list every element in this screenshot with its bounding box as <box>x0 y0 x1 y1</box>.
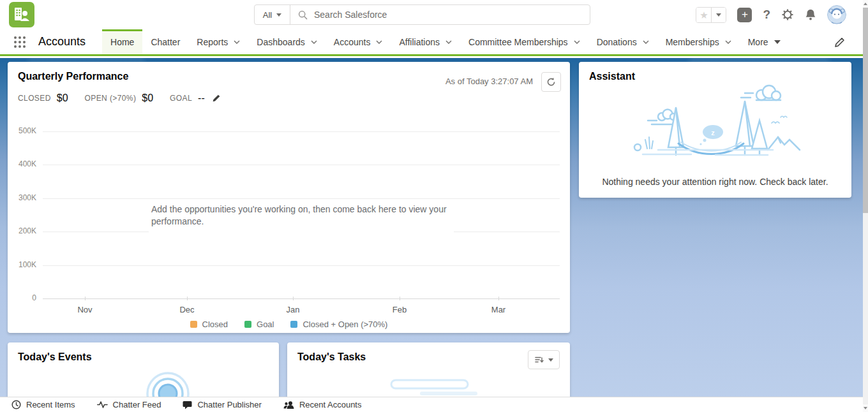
tab-label: Home <box>110 37 134 47</box>
edit-goal-pencil-icon[interactable] <box>212 94 221 103</box>
stat-open: OPEN (>70%) $0 <box>85 92 154 104</box>
chart-legend: Closed Goal Closed + Open (>70%) <box>8 320 570 329</box>
x-tick-label: Mar <box>481 305 516 314</box>
as-of-timestamp: As of Today 3:27:07 AM <box>445 77 533 86</box>
setup-gear-icon[interactable] <box>781 8 794 21</box>
legend-label: Closed <box>202 320 228 329</box>
utility-chatter-feed[interactable]: Chatter Feed <box>97 400 161 409</box>
chevron-down-icon <box>311 40 317 44</box>
utility-label: Recent Items <box>26 400 75 409</box>
utility-recent-accounts[interactable]: Recent Accounts <box>283 400 362 409</box>
legend-label: Goal <box>257 320 274 329</box>
x-tick <box>498 297 499 300</box>
favorites-star-button[interactable]: ★ <box>696 8 711 22</box>
help-icon: ? <box>763 8 770 21</box>
y-tick-label: 0 <box>11 293 36 302</box>
search-input[interactable] <box>314 10 582 20</box>
app-logo[interactable] <box>9 2 34 27</box>
favorites-list-button[interactable] <box>711 8 726 22</box>
y-tick-label: 400K <box>11 159 36 168</box>
gridline <box>43 265 560 266</box>
quarterly-performance-card: Quarterly Performance As of Today 3:27:0… <box>8 62 570 333</box>
y-tick-label: 100K <box>11 260 36 269</box>
tab-dashboards[interactable]: Dashboards <box>248 29 326 54</box>
tab-reports[interactable]: Reports <box>188 29 248 54</box>
stat-closed: CLOSED $0 <box>18 92 68 104</box>
tab-label: Accounts <box>334 37 371 47</box>
legend-swatch <box>290 321 297 328</box>
avatar-astro-illustration <box>827 5 846 24</box>
search-icon <box>298 10 308 20</box>
stat-value: -- <box>198 92 205 104</box>
stat-label: CLOSED <box>18 94 51 103</box>
chevron-down-icon <box>716 13 721 17</box>
chevron-down-icon <box>376 40 382 44</box>
help-button[interactable]: ? <box>763 8 770 22</box>
chevron-down-icon <box>643 40 649 44</box>
tab-more[interactable]: More <box>740 29 789 54</box>
y-tick-label: 300K <box>11 193 36 202</box>
global-header: All ★ + <box>0 0 863 29</box>
app-launcher-icon[interactable] <box>14 36 26 48</box>
utility-label: Recent Accounts <box>299 400 362 409</box>
tab-label: Dashboards <box>257 37 305 47</box>
edit-nav-pencil-icon[interactable] <box>834 37 845 48</box>
card-title: Quarterly Performance <box>18 71 128 82</box>
todays-events-card: Today's Events <box>8 342 279 397</box>
legend-item-closed-open: Closed + Open (>70%) <box>290 320 387 329</box>
activity-icon <box>97 401 108 409</box>
favorites-star-icon: ★ <box>700 10 708 20</box>
x-tick <box>187 297 188 300</box>
assistant-hammock-illustration: z <box>620 84 811 163</box>
card-title: Today's Events <box>18 351 92 363</box>
x-tick-label: Nov <box>67 305 103 314</box>
tab-affiliations[interactable]: Affiliations <box>391 29 460 54</box>
notifications-bell-icon[interactable] <box>805 8 816 21</box>
tab-chatter[interactable]: Chatter <box>142 29 188 54</box>
y-tick-label: 200K <box>11 226 36 235</box>
assistant-empty-message: Nothing needs your attention right now. … <box>579 177 851 187</box>
header-utilities: ★ + ? <box>696 0 846 29</box>
people-icon <box>283 401 294 409</box>
tab-label: Donations <box>597 37 637 47</box>
legend-item-closed: Closed <box>190 320 228 329</box>
events-illustration <box>135 368 206 397</box>
todays-tasks-card: Today's Tasks <box>287 342 570 397</box>
x-tick <box>293 297 294 300</box>
scrollbar-thumb[interactable] <box>863 8 868 213</box>
card-title: Assistant <box>589 71 635 82</box>
user-avatar[interactable] <box>827 5 846 24</box>
plus-icon: + <box>742 8 748 20</box>
utility-recent-items[interactable]: Recent Items <box>11 400 75 409</box>
scrollbar-down-arrow[interactable] <box>863 404 868 412</box>
tab-label: Memberships <box>666 37 719 47</box>
page-scrollbar[interactable] <box>863 0 868 412</box>
utility-label: Chatter Publisher <box>197 400 261 409</box>
y-tick-label: 500K <box>11 126 36 135</box>
tab-memberships[interactable]: Memberships <box>657 29 740 54</box>
utility-chatter-publisher[interactable]: Chatter Publisher <box>183 400 261 409</box>
favorites-button-group: ★ <box>696 7 726 23</box>
sort-icon <box>535 355 544 364</box>
refresh-button[interactable] <box>541 72 561 92</box>
search-scope-dropdown[interactable]: All <box>255 5 290 24</box>
gridline <box>43 165 560 165</box>
tab-committee-memberships[interactable]: Committee Memberships <box>460 29 588 54</box>
scrollbar-up-arrow[interactable] <box>863 0 868 8</box>
caret-down-icon <box>774 40 781 44</box>
tasks-sort-button[interactable] <box>528 350 560 369</box>
tab-donations[interactable]: Donations <box>588 29 657 54</box>
chevron-down-icon <box>234 40 240 44</box>
gridline <box>43 198 560 199</box>
stat-goal: GOAL -- <box>170 92 221 104</box>
x-tick-label: Feb <box>382 305 417 314</box>
chart-empty-state-message: Add the opportunities you're working on,… <box>149 200 454 232</box>
utility-label: Chatter Feed <box>113 400 161 409</box>
chevron-down-icon <box>445 40 452 44</box>
tab-accounts[interactable]: Accounts <box>326 29 391 54</box>
tab-label: More <box>748 37 768 47</box>
global-actions-button[interactable]: + <box>737 8 752 22</box>
utility-bar: Recent Items Chatter Feed Chatter Publis… <box>0 397 863 412</box>
tab-label: Affiliations <box>399 37 440 47</box>
tab-home[interactable]: Home <box>102 29 142 54</box>
